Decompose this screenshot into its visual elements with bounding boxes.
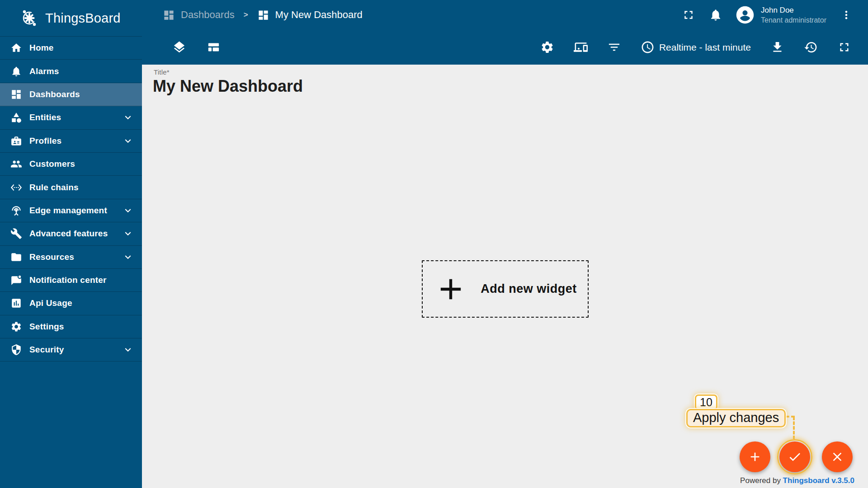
sidebar-item-security[interactable]: Security [0,338,142,361]
app-name: ThingsBoard [45,11,121,26]
powered-by-footer: Powered by Thingsboard v.3.5.0 [740,476,854,485]
sidebar-item-api-usage[interactable]: Api Usage [0,292,142,315]
check-icon [788,450,802,464]
fullscreen-button[interactable] [678,4,699,26]
breadcrumb-label: Dashboards [181,9,235,21]
settings-icon [540,40,554,54]
toolbar-left [168,37,224,58]
sidebar-menu: HomeAlarmsDashboardsEntitiesProfilesCust… [0,36,142,361]
chevron-down-icon [122,205,134,216]
api-usage-icon [10,297,22,309]
sidebar-item-settings[interactable]: Settings [0,315,142,338]
dashboards-icon [257,9,269,21]
filter-button[interactable] [604,37,625,58]
thingsboard-app: ThingsBoard HomeAlarmsDashboardsEntities… [0,0,868,488]
thingsboard-logo-icon [19,8,40,28]
close-icon [830,450,844,464]
annotation-step-badge: 10 [695,394,717,410]
breadcrumb-item-my-new-dashboard[interactable]: My New Dashboard [257,9,363,21]
devices-button[interactable] [570,37,592,58]
fullscreen-button[interactable] [833,37,855,58]
sidebar-item-label: Dashboards [29,89,80,99]
more-options-button[interactable] [835,4,857,26]
alarms-icon [10,66,22,77]
sidebar-item-advanced-features[interactable]: Advanced features [0,222,142,245]
notifications-button[interactable] [705,4,726,26]
annotation-connector-vertical [793,417,795,439]
chevron-down-icon [122,112,134,123]
manage-layouts-button[interactable] [203,37,224,58]
advanced-features-icon [10,228,22,239]
sidebar-item-label: Advanced features [29,229,108,239]
cancel-changes-fab[interactable] [822,441,853,472]
dashboard-content: Title* My New Dashboard Add new widget 1… [142,65,868,488]
sidebar-item-label: Edge management [29,206,107,216]
dashboards-icon [163,9,175,21]
sidebar-item-customers[interactable]: Customers [0,153,142,176]
sidebar: ThingsBoard HomeAlarmsDashboardsEntities… [0,0,142,488]
sidebar-item-alarms[interactable]: Alarms [0,60,142,83]
plus-icon [748,450,762,464]
account-icon [736,5,755,24]
sidebar-item-label: Customers [29,159,75,169]
sidebar-item-profiles[interactable]: Profiles [0,130,142,153]
user-menu-button[interactable]: John DoeTenant administrator [736,5,826,24]
history-icon [804,40,818,54]
thingsboard-version-link[interactable]: Thingsboard v.3.5.0 [783,476,854,485]
timewindow-label: Realtime - last minute [659,42,751,53]
dashboard-title-input[interactable]: My New Dashboard [153,77,303,96]
annotation-label: Apply changes [686,409,786,427]
user-role: Tenant administrator [761,16,826,24]
sidebar-item-notification-center[interactable]: Notification center [0,269,142,292]
notification-center-icon [10,274,22,286]
sidebar-item-label: Rule chains [29,183,79,192]
download-button[interactable] [766,37,788,58]
download-icon [770,40,784,54]
breadcrumb-label: My New Dashboard [275,9,363,21]
sidebar-item-edge-management[interactable]: Edge management [0,199,142,222]
sidebar-item-entities[interactable]: Entities [0,106,142,129]
notifications-icon [709,8,722,22]
app-logo[interactable]: ThingsBoard [0,0,142,36]
title-field-label: Title* [154,68,170,76]
apply-changes-fab[interactable] [779,441,810,472]
sidebar-item-label: Resources [29,252,74,262]
timewindow-button[interactable]: Realtime - last minute [637,40,755,54]
sidebar-item-rule-chains[interactable]: Rule chains [0,176,142,199]
toolbar-right: Realtime - last minute [537,37,855,58]
chevron-down-icon [122,135,134,147]
layers-button[interactable] [168,37,190,58]
add-widget-fab[interactable] [740,441,770,472]
dashboards-icon [10,89,22,100]
sidebar-item-label: Profiles [29,136,61,146]
chevron-down-icon [122,228,134,239]
add-new-widget-label: Add new widget [481,282,577,296]
resources-icon [10,251,22,263]
sidebar-item-label: Alarms [29,66,59,76]
history-button[interactable] [800,37,821,58]
home-icon [10,42,22,54]
sidebar-item-label: Notification center [29,275,107,285]
sidebar-item-dashboards[interactable]: Dashboards [0,83,142,106]
fullscreen-icon [837,40,851,54]
filter-icon [607,40,621,54]
add-new-widget-button[interactable]: Add new widget [422,260,589,318]
header-actions: John DoeTenant administrator [678,4,857,26]
breadcrumb-item-dashboards[interactable]: Dashboards [163,9,235,21]
chevron-down-icon [122,251,134,263]
sidebar-item-label: Api Usage [29,298,72,308]
breadcrumb-separator: > [244,10,248,19]
chevron-down-icon [122,344,134,356]
entities-icon [10,112,22,123]
devices-icon [574,40,588,54]
sidebar-item-resources[interactable]: Resources [0,246,142,269]
user-info: John DoeTenant administrator [761,6,826,24]
powered-by-text: Powered by [740,476,783,485]
settings-button[interactable] [537,37,558,58]
sidebar-item-home[interactable]: Home [0,37,142,60]
settings-icon [10,321,22,333]
profiles-icon [10,135,22,147]
sidebar-item-label: Security [29,345,64,355]
layers-icon [172,40,186,54]
sidebar-item-label: Home [29,43,54,53]
